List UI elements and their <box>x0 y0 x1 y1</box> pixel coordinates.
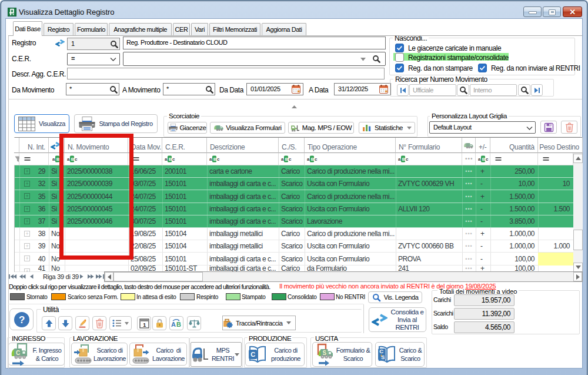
svg-text:?: ? <box>19 314 25 326</box>
svg-text:1: 1 <box>143 321 146 327</box>
svg-text:a: a <box>52 157 55 162</box>
svg-text:c: c <box>289 157 292 162</box>
svg-text:B: B <box>176 321 181 328</box>
svg-text:a: a <box>307 157 310 162</box>
svg-text:c: c <box>315 157 318 162</box>
svg-text:B: B <box>311 157 315 162</box>
svg-text:B: B <box>402 157 406 162</box>
svg-text:a: a <box>281 157 284 162</box>
svg-text:a: a <box>209 157 212 162</box>
svg-text:a: a <box>165 157 168 162</box>
svg-text:c: c <box>486 157 489 162</box>
svg-text:B: B <box>213 157 217 162</box>
svg-text:B: B <box>285 157 289 162</box>
svg-text:C: C <box>16 349 20 356</box>
svg-text:B: B <box>169 157 172 162</box>
svg-text:a: a <box>398 157 401 162</box>
svg-text:B: B <box>482 157 486 162</box>
svg-text:c: c <box>217 157 220 162</box>
svg-text:c: c <box>406 157 409 162</box>
svg-text:C: C <box>250 351 255 358</box>
svg-text:c: c <box>172 157 175 162</box>
svg-text:A: A <box>171 321 176 328</box>
svg-text:a: a <box>478 157 481 162</box>
